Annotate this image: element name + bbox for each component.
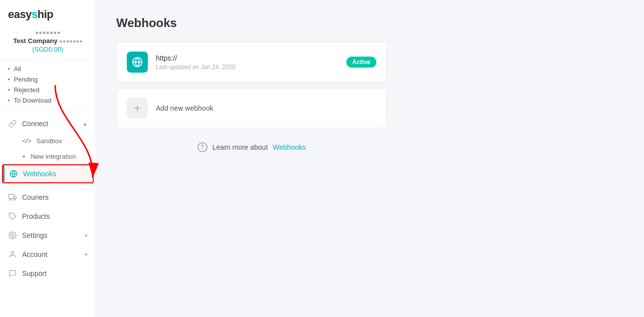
settings-label: Settings [22, 231, 80, 239]
connect-section[interactable]: Connect ▲ [0, 114, 96, 133]
filter-all[interactable]: All [8, 64, 88, 74]
webhooks-label: Webhooks [23, 170, 87, 178]
code-icon: </> [22, 137, 32, 145]
plus-icon: + [22, 153, 26, 160]
webhook-icon-wrap [127, 52, 148, 73]
sidebar: easyship ●●●●●●● Test Company ●●●●●●● (S… [0, 0, 96, 317]
logo-text2: hip [38, 8, 54, 21]
order-filters: All Pending Rejected To Download [0, 60, 96, 110]
user-name: ●●●●●●● [8, 29, 88, 36]
webhook-info: https:// Last updated on Jan 24, 2020 [156, 54, 338, 71]
webhook-url: https:// [156, 54, 338, 62]
logo-area: easyship [0, 0, 96, 25]
sidebar-nav: Connect ▲ </> Sandbox + New integration … [0, 110, 96, 317]
truck-icon [8, 193, 17, 202]
svg-point-3 [10, 199, 11, 200]
webhook-card[interactable]: https:// Last updated on Jan 24, 2020 Ac… [116, 42, 387, 82]
logo-accent: s [32, 8, 38, 21]
add-icon [132, 103, 142, 113]
webhook-globe-icon [132, 57, 143, 68]
sidebar-item-support[interactable]: Support [0, 264, 96, 283]
filter-to-download[interactable]: To Download [8, 95, 88, 106]
support-icon [8, 269, 17, 278]
learn-more-section: ? Learn more about Webhooks [116, 142, 387, 152]
products-icon [8, 212, 17, 221]
add-webhook-card[interactable]: Add new webhook [116, 88, 387, 128]
support-label: Support [22, 269, 88, 277]
settings-icon [8, 231, 17, 240]
sidebar-item-products[interactable]: Products [0, 207, 96, 226]
account-label: Account [22, 250, 80, 258]
sidebar-item-new-integration[interactable]: + New integration [0, 149, 96, 164]
help-icon: ? [197, 142, 207, 152]
user-company: Test Company ●●●●●●● [8, 37, 88, 45]
sidebar-item-webhooks[interactable]: Webhooks [2, 164, 94, 183]
logo-text: easy [8, 8, 32, 21]
svg-point-4 [14, 199, 16, 200]
filter-rejected[interactable]: Rejected [8, 85, 88, 95]
connect-icon [8, 119, 17, 128]
connect-chevron-icon: ▲ [82, 121, 88, 127]
svg-point-6 [12, 234, 14, 236]
sidebar-item-couriers[interactable]: Couriers [0, 188, 96, 207]
svg-point-7 [11, 251, 14, 254]
filter-pending[interactable]: Pending [8, 74, 88, 85]
webhooks-link[interactable]: Webhooks [273, 143, 306, 151]
sidebar-item-sandbox[interactable]: </> Sandbox [0, 133, 96, 149]
page-title: Webhooks [116, 16, 624, 30]
user-balance[interactable]: (SGD0.00) [8, 46, 88, 53]
sidebar-item-account[interactable]: Account ▾ [0, 245, 96, 264]
status-badge: Active [346, 57, 376, 68]
account-icon [8, 250, 17, 259]
products-label: Products [22, 212, 88, 220]
add-webhook-label: Add new webhook [156, 104, 213, 112]
company-id-masked: ●●●●●●● [59, 38, 83, 44]
learn-more-text: Learn more about [212, 143, 268, 151]
main-content: Webhooks https:// Last updated on Jan 24… [96, 0, 644, 317]
settings-chevron-icon: ▾ [85, 232, 88, 239]
globe-icon [9, 169, 18, 178]
svg-rect-2 [9, 194, 14, 199]
user-info: ●●●●●●● Test Company ●●●●●●● (SGD0.00) [0, 25, 96, 60]
company-name: Test Company [13, 37, 58, 45]
add-webhook-icon-wrap [127, 98, 148, 119]
account-chevron-icon: ▾ [85, 251, 88, 258]
connect-label: Connect [22, 120, 77, 128]
app-logo: easyship [8, 8, 88, 21]
sidebar-item-settings[interactable]: Settings ▾ [0, 226, 96, 245]
couriers-label: Couriers [22, 193, 88, 201]
divider [0, 185, 96, 186]
webhook-last-updated: Last updated on Jan 24, 2020 [156, 64, 338, 71]
